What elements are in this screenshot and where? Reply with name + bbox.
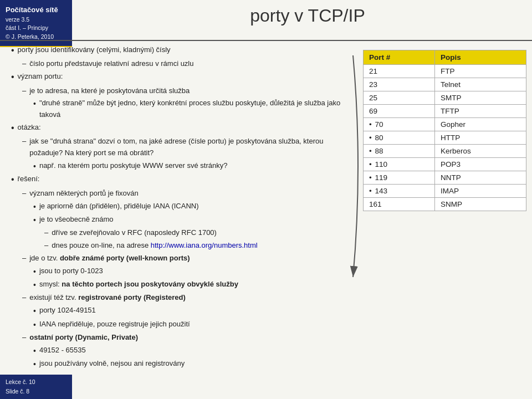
- dash-4b2-text: dnes pouze on-line, na adrese http://www…: [52, 240, 257, 252]
- footer-box: Lekce č. 10 Slide č. 8: [0, 375, 72, 399]
- table-row: • 88Kerberos: [364, 145, 526, 158]
- port-number: 23: [364, 78, 435, 91]
- table-row: • 143IMAP: [364, 185, 526, 198]
- dot-icon-4d1: •: [33, 305, 36, 317]
- bullet-icon-3: •: [11, 122, 14, 134]
- port-number: • 119: [364, 171, 435, 185]
- port-number: • 143: [364, 185, 435, 198]
- dot-4c2: • smysl: na těchto portech jsou poskytov…: [6, 279, 355, 291]
- table-row: • 119NNTP: [364, 171, 526, 185]
- bullet-3: • otázka:: [6, 122, 355, 134]
- dot-icon-4e1: •: [33, 345, 36, 357]
- port-description: SNMP: [435, 198, 526, 211]
- bullet-4: • řešení:: [6, 173, 355, 186]
- dash-2a-text: je to adresa, na které je poskytována ur…: [29, 85, 190, 97]
- bullet-3-text: otázka:: [18, 122, 41, 134]
- dash-icon-1: –: [22, 58, 26, 70]
- dot-2a: • "druhé straně" může být jedno, který k…: [6, 98, 355, 121]
- dot-icon-4e2: •: [33, 358, 36, 370]
- port-number: • 80: [364, 131, 435, 145]
- dash-icon-4e: –: [22, 332, 26, 344]
- bullet-4-text: řešení:: [18, 173, 40, 185]
- divider: [0, 40, 532, 41]
- bullet-icon-4: •: [11, 173, 14, 186]
- dot-4b-text: je to všeobecně známo: [39, 214, 114, 226]
- dash-icon-3: –: [22, 136, 26, 147]
- ostatni-bold: ostatní porty (Dynamic, Private): [29, 333, 138, 341]
- footer-line2: Slide č. 8: [6, 387, 66, 396]
- dash-3: – jak se "druhá strana" dozví o tom, na …: [6, 136, 355, 159]
- content-area: • porty jsou identifikovány (celými, kla…: [6, 44, 355, 377]
- table-row: 23Telnet: [364, 78, 526, 91]
- dot-4c1-text: jsou to porty 0-1023: [39, 265, 103, 277]
- dash-icon-4b2: –: [44, 240, 48, 252]
- dash-4e-text: ostatní porty (Dynamic, Private): [29, 332, 138, 344]
- logo-version: verze 3.5: [6, 16, 66, 24]
- dash-4e: – ostatní porty (Dynamic, Private): [6, 332, 355, 344]
- dot-4d1-text: porty 1024-49151: [39, 305, 96, 316]
- dot-4a-text: je apriorně dán (přidělen), přiděluje IA…: [39, 201, 199, 212]
- bullet-2: • význam portu:: [6, 71, 355, 83]
- port-number: • 70: [364, 118, 435, 131]
- dot-3: • např. na kterém portu poskytuje WWW se…: [6, 160, 355, 172]
- dot-icon-2a: •: [33, 98, 36, 110]
- registered-bold: registrované porty (Registered): [78, 293, 186, 301]
- port-description: FTP: [435, 65, 526, 78]
- dash-4b2: – dnes pouze on-line, na adrese http://w…: [6, 240, 355, 252]
- table-row: 161SNMP: [364, 198, 526, 211]
- port-description: Telnet: [435, 78, 526, 91]
- table-row: • 110POP3: [364, 158, 526, 171]
- dot-icon-4c2: •: [33, 279, 36, 291]
- dash-4b1-text: dříve se zveřejňovalo v RFC (naposledy R…: [52, 227, 217, 239]
- bullet-1-text: porty jsou identifikovány (celými, kladn…: [18, 44, 171, 56]
- dash-4d-text: existují též tzv. registrované porty (Re…: [29, 292, 186, 304]
- port-table-area: Port # Popis 21FTP23Telnet25SMTP69TFTP• …: [363, 50, 526, 211]
- table-row: 25SMTP: [364, 91, 526, 105]
- dot-4e2-text: jsou používány volně, nejsou ani registr…: [39, 358, 185, 370]
- port-number: 161: [364, 198, 435, 211]
- dot-4d2: • IANA nepřiděluje, pouze registruje jej…: [6, 319, 355, 331]
- logo-part: část I. – Principy: [6, 24, 66, 33]
- dash-3-text: jak se "druhá strana" dozví o tom, na ja…: [29, 136, 355, 159]
- dash-icon-4d: –: [22, 292, 26, 304]
- port-description: SMTP: [435, 91, 526, 105]
- port-description: Gopher: [435, 118, 526, 131]
- wellknown-bold: dobře známé porty (well-known ports): [60, 254, 190, 262]
- iana-link[interactable]: http://www.iana.org/numbers.html: [151, 241, 258, 249]
- table-row: 21FTP: [364, 65, 526, 78]
- dot-4a: • je apriorně dán (přidělen), přiděluje …: [6, 201, 355, 213]
- port-table: Port # Popis 21FTP23Telnet25SMTP69TFTP• …: [363, 50, 526, 211]
- dash-2a: – je to adresa, na které je poskytována …: [6, 85, 355, 97]
- dot-4d2-text: IANA nepřiděluje, pouze registruje jejic…: [39, 319, 190, 330]
- dot-icon-4a: •: [33, 201, 36, 213]
- logo-title: Počítačové sítě: [6, 4, 66, 16]
- port-description: HTTP: [435, 131, 526, 145]
- dash-icon-4b1: –: [44, 227, 48, 239]
- table-header-desc: Popis: [435, 50, 526, 65]
- table-row: • 70Gopher: [364, 118, 526, 131]
- dot-4b: • je to všeobecně známo: [6, 214, 355, 226]
- dash-4c-text: jde o tzv. dobře známé porty (well-known…: [29, 253, 190, 264]
- dash-icon-4c: –: [22, 253, 26, 264]
- dash-4c: – jde o tzv. dobře známé porty (well-kno…: [6, 253, 355, 264]
- dot-icon-3: •: [33, 160, 36, 172]
- dash-4a: – význam některých portů je fixován: [6, 188, 355, 200]
- table-header-port: Port #: [364, 50, 435, 65]
- bullet-1: • porty jsou identifikovány (celými, kla…: [6, 44, 355, 57]
- dot-4e1-text: 49152 - 65535: [39, 345, 86, 356]
- footer-line1: Lekce č. 10: [6, 377, 66, 387]
- port-number: 69: [364, 105, 435, 118]
- bullet-icon-1: •: [11, 44, 14, 57]
- dash-4b1: – dříve se zveřejňovalo v RFC (naposledy…: [6, 227, 355, 239]
- port-description: POP3: [435, 158, 526, 171]
- dot-2a-text: "druhé straně" může být jedno, který kon…: [39, 98, 355, 121]
- dot-4c1: • jsou to porty 0-1023: [6, 265, 355, 278]
- port-description: TFTP: [435, 105, 526, 118]
- bullet-2-text: význam portu:: [18, 71, 63, 83]
- port-number: 25: [364, 91, 435, 105]
- table-row: 69TFTP: [364, 105, 526, 118]
- table-row: • 80HTTP: [364, 131, 526, 145]
- dot-icon-4b: •: [33, 214, 36, 226]
- dot-4e2: • jsou používány volně, nejsou ani regis…: [6, 358, 355, 370]
- smysl-bold: na těchto portech jsou poskytovány obvyk…: [62, 280, 238, 288]
